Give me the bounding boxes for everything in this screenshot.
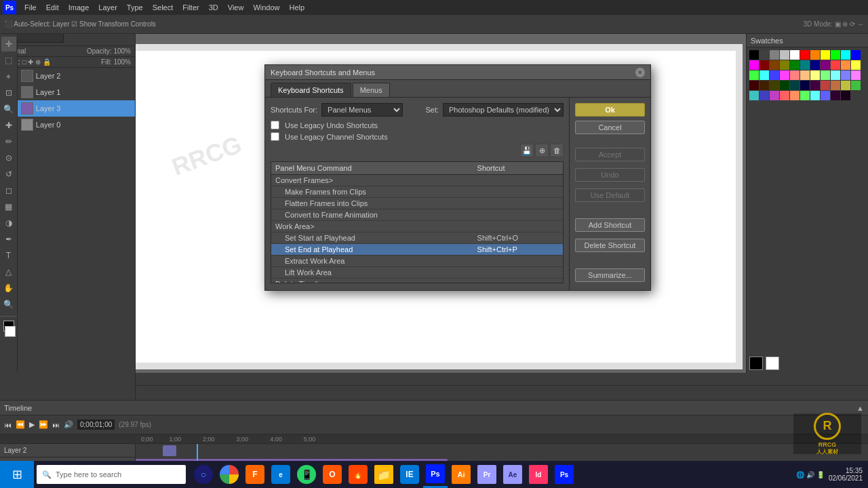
cancel-button[interactable]: Cancel	[575, 121, 645, 134]
swatch-item[interactable]	[800, 81, 810, 90]
swatch-item[interactable]	[831, 50, 840, 60]
summarize-button[interactable]: Summarize...	[575, 268, 645, 282]
taskbar-app-cortana[interactable]: ○	[191, 461, 216, 488]
brush-tool[interactable]: ✏	[1, 134, 16, 149]
shape-tool[interactable]: △	[1, 264, 16, 279]
menu-layer[interactable]: Layer	[94, 2, 121, 13]
crop-tool[interactable]: ⊡	[1, 85, 16, 100]
swatch-item[interactable]	[800, 50, 810, 60]
swatch-item[interactable]	[760, 50, 769, 60]
swatch-item[interactable]	[749, 50, 759, 60]
swatch-item[interactable]	[841, 81, 850, 90]
duplicate-shortcut-icon[interactable]: ⊕	[535, 144, 549, 157]
menu-file[interactable]: File	[20, 2, 41, 13]
taskbar-app-ps2[interactable]: Ps	[552, 461, 576, 488]
swatch-item[interactable]	[841, 91, 850, 100]
delete-shortcut-button[interactable]: Delete Shortcut	[575, 239, 645, 252]
swatch-item[interactable]	[841, 70, 850, 80]
play-icon[interactable]: ▶	[29, 420, 35, 429]
menu-view[interactable]: View	[224, 2, 248, 13]
shortcut-table-row[interactable]: Convert to Frame Animation	[271, 209, 563, 221]
swatch-item[interactable]	[749, 91, 759, 100]
ok-button[interactable]: Ok	[575, 103, 645, 117]
shortcut-table-row[interactable]: Extract Work Area	[271, 256, 563, 267]
taskbar-app-5[interactable]: 📱	[294, 461, 319, 488]
delete-shortcut-icon[interactable]: 🗑	[550, 144, 564, 157]
tab-keyboard-shortcuts[interactable]: Keyboard Shortcuts	[271, 83, 351, 97]
audio-icon[interactable]: 🔊	[64, 420, 73, 429]
swatch-item[interactable]	[831, 81, 840, 90]
shortcut-table-row[interactable]: Lift Work Area	[271, 267, 563, 279]
menu-filter[interactable]: Filter	[178, 2, 203, 13]
swatch-item[interactable]	[831, 70, 840, 80]
legacy-undo-checkbox[interactable]	[271, 121, 279, 129]
background-color[interactable]	[766, 357, 779, 370]
swatch-item[interactable]	[810, 81, 820, 90]
history-tool[interactable]: ↺	[1, 167, 16, 182]
menu-edit[interactable]: Edit	[42, 2, 63, 13]
swatch-item[interactable]	[790, 81, 800, 90]
foreground-color[interactable]	[749, 357, 763, 370]
swatch-item[interactable]	[770, 81, 779, 90]
swatch-item[interactable]	[851, 60, 861, 70]
shortcut-table-row[interactable]: Work Area>	[271, 221, 563, 232]
swatch-item[interactable]	[821, 60, 830, 70]
shortcut-table-row[interactable]: Set Start at PlayheadShift+Ctrl+O	[271, 232, 563, 244]
taskbar-app-7[interactable]: 🔥	[346, 461, 370, 488]
swatch-item[interactable]	[800, 91, 810, 100]
swatch-item[interactable]	[821, 50, 830, 60]
menu-select[interactable]: Select	[149, 2, 178, 13]
swatch-item[interactable]	[831, 91, 840, 100]
swatch-item[interactable]	[790, 60, 800, 70]
stamp-tool[interactable]: ⊙	[1, 150, 16, 165]
swatch-item[interactable]	[749, 81, 759, 90]
taskbar-app-4[interactable]: e	[269, 461, 293, 488]
type-tool[interactable]: T	[1, 248, 16, 263]
swatch-item[interactable]	[780, 81, 789, 90]
frame-back-icon[interactable]: ⏮	[4, 421, 12, 429]
swatch-item[interactable]	[831, 60, 840, 70]
zoom-tool[interactable]: 🔍	[1, 297, 16, 312]
legacy-channel-checkbox[interactable]	[271, 132, 279, 141]
step-forward-icon[interactable]: ⏩	[39, 420, 48, 429]
swatch-item[interactable]	[810, 70, 820, 80]
swatch-item[interactable]	[780, 50, 789, 60]
taskbar-app-3[interactable]: F	[243, 461, 267, 488]
layer-item[interactable]: 👁 ✦ Layer 0	[0, 117, 135, 133]
keyboard-shortcuts-dialog[interactable]: Keyboard Shortcuts and Menus ✕ Keyboard …	[264, 64, 651, 291]
shortcut-table-row[interactable]: Delete Timeline	[271, 279, 563, 284]
swatch-item[interactable]	[841, 50, 850, 60]
swatch-item[interactable]	[821, 91, 830, 100]
move-tool[interactable]: ✛	[1, 37, 16, 52]
swatch-item[interactable]	[851, 81, 861, 90]
taskbar-app-pr[interactable]: Pr	[475, 461, 499, 488]
taskbar-app-chrome[interactable]	[217, 461, 241, 488]
save-shortcut-icon[interactable]: 💾	[520, 144, 534, 157]
shortcut-table-row[interactable]: Set End at PlayheadShift+Ctrl+P	[271, 244, 563, 256]
swatch-item[interactable]	[841, 60, 850, 70]
taskbar-app-ps-active[interactable]: Ps	[423, 461, 448, 488]
swatch-item[interactable]	[790, 50, 800, 60]
swatch-item[interactable]	[770, 50, 779, 60]
swatch-item[interactable]	[770, 91, 779, 100]
swatch-item[interactable]	[851, 70, 861, 80]
menu-image[interactable]: Image	[64, 2, 94, 13]
swatch-item[interactable]	[780, 60, 789, 70]
dialog-close-button[interactable]: ✕	[635, 68, 645, 77]
swatch-item[interactable]	[800, 60, 810, 70]
set-select[interactable]: Photoshop Defaults (modified)	[443, 103, 564, 117]
swatch-item[interactable]	[821, 70, 830, 80]
shortcuts-for-select[interactable]: Panel Menus	[321, 103, 403, 117]
lasso-tool[interactable]: ⌖	[1, 69, 16, 84]
swatch-item[interactable]	[760, 81, 769, 90]
swatch-item[interactable]	[851, 50, 861, 60]
taskbar-search[interactable]: 🔍 Type here to search	[37, 465, 186, 484]
taskbar-app-8[interactable]: IE	[397, 461, 422, 488]
swatch-item[interactable]	[810, 50, 820, 60]
dodge-tool[interactable]: ◑	[1, 216, 16, 230]
tab-menus[interactable]: Menus	[353, 83, 390, 97]
layer-item[interactable]: 👁 ✦ Layer 1	[0, 84, 135, 100]
select-tool[interactable]: ⬚	[1, 53, 16, 68]
taskbar-app-id[interactable]: Id	[526, 461, 551, 488]
healing-tool[interactable]: ✚	[1, 118, 16, 133]
